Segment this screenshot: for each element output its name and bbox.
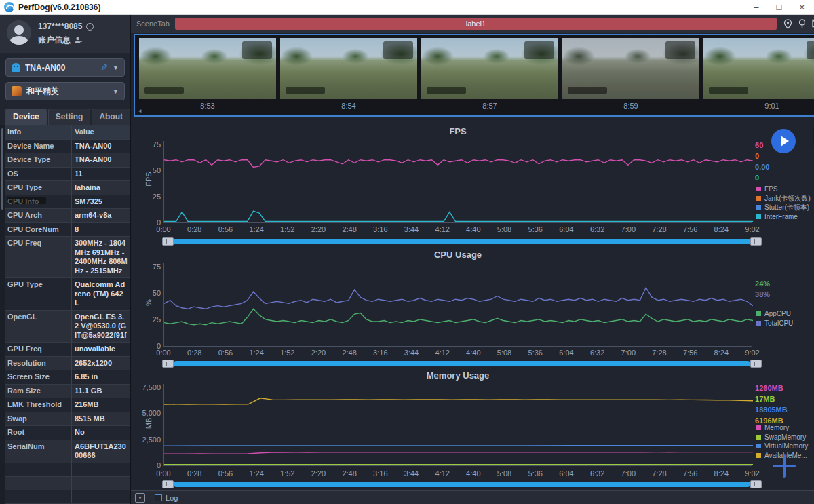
legend-swatch [756,321,761,326]
x-tick-label: 4:40 [466,349,480,357]
memory-timeline-slider[interactable] [162,480,762,488]
app-caret-down-icon[interactable]: ▼ [113,88,119,95]
thumbnail-timestamp: 8:59 [623,102,638,110]
series-AppCPU [164,309,753,324]
user-phone: 137****8085 [38,22,82,31]
game-screenshot[interactable] [703,38,814,99]
screenshot-thumbnail: 8:54 [280,38,417,110]
y-tick-label: 50 [153,289,161,297]
charts-area: FPS FPS 7550250 0:000:280:561:241:522:20… [131,117,814,490]
legend-item: InterFrame [756,212,814,222]
tab-setting[interactable]: Setting [48,109,91,125]
scene-tab-label: SceneTab [135,20,175,28]
x-tick-label: 2:48 [342,225,356,233]
table-row-empty [5,477,130,490]
x-tick-label: 6:04 [559,225,573,233]
tab-device[interactable]: Device [5,109,47,125]
location-pin-icon[interactable] [783,19,792,29]
current-value: 1260MB [755,383,814,393]
android-device-icon [12,63,20,72]
table-row: SerialNumA6BFUT1A23000666 [5,440,130,463]
game-screenshot[interactable] [562,38,699,99]
table-row: GPU TypeQualcomm Adreno (TM) 642L [5,278,130,311]
current-value: 18805MB [755,404,814,415]
x-tick-label: 1:52 [280,469,294,478]
y-tick-label: 5,000 [142,409,161,417]
account-info-label[interactable]: 账户信息 [38,35,71,46]
close-button[interactable]: × [799,1,805,14]
cpu-slider-right-handle[interactable] [750,360,762,368]
x-tick-label: 0:00 [156,469,170,478]
x-tick-label: 6:32 [590,225,604,233]
fps-slider-right-handle[interactable] [750,237,762,246]
scene-label-pill[interactable]: label1 [175,18,777,30]
y-tick-label: 7,500 [142,383,161,391]
sidebar-scrollbar[interactable] [0,125,5,504]
x-tick-label: 0:00 [156,225,170,233]
x-tick-label: 9:02 [745,225,759,233]
x-tick-label: 7:00 [621,349,636,357]
thumbnail-timestamp: 8:53 [200,102,214,110]
memory-slider-left-handle[interactable] [162,480,174,488]
y-tick-label: 50 [153,166,161,174]
pin-marker-icon[interactable] [798,19,806,29]
fps-plot[interactable] [163,141,752,223]
title-bar: PerfDog(v6.0.210836) – □ × [0,0,814,15]
cpu-slider-left-handle[interactable] [162,360,174,368]
series-TotalCPU [164,288,753,309]
log-checkbox-box[interactable] [155,494,162,501]
x-tick-label: 6:32 [590,349,604,357]
x-tick-label: 3:16 [373,469,387,478]
device-caret-down-icon[interactable]: ▼ [113,64,119,71]
x-tick-label: 3:16 [373,349,387,357]
x-tick-label: 3:16 [373,225,387,233]
x-tick-label: 4:40 [466,469,480,478]
x-tick-label: 7:56 [683,225,697,233]
y-tick-label: 25 [153,193,161,201]
x-tick-label: 6:04 [559,349,573,357]
x-tick-label: 7:28 [652,469,666,478]
fps-timeline-slider[interactable] [162,237,762,246]
scene-bar: SceneTab label1 [131,15,814,33]
add-chart-plus-icon[interactable] [773,454,796,478]
game-screenshot[interactable] [421,38,558,99]
device-select[interactable]: TNA-AN00 ✎ ▼ [5,58,125,77]
table-row: CPU Typelahaina [5,181,130,195]
cpu-plot[interactable] [163,263,752,347]
x-tick-label: 0:56 [218,469,233,478]
play-button[interactable] [771,129,796,153]
edit-pen-icon[interactable]: ✎ [100,62,108,73]
strip-scroll-left-icon[interactable]: ◄ [137,108,142,114]
logout-power-icon[interactable] [86,23,94,31]
tab-about[interactable]: About [92,109,130,125]
y-tick-label: 0 [157,461,161,469]
cpu-timeline-slider[interactable] [162,360,762,368]
game-screenshot[interactable] [280,38,417,99]
series-Memory [164,452,753,454]
x-tick-label: 2:20 [311,349,326,357]
table-row: LMK Threshold216MB [5,398,130,412]
table-header-row: InfoValue [5,125,130,140]
x-tick-label: 7:28 [652,349,666,357]
log-checkbox[interactable]: Log [155,494,178,502]
device-select-value: TNA-AN00 [25,63,96,73]
app-select[interactable]: 和平精英 ▼ [5,82,125,100]
memory-plot[interactable] [163,384,752,466]
fps-slider-left-handle[interactable] [162,237,174,246]
game-screenshot[interactable] [139,38,276,99]
memory-slider-right-handle[interactable] [750,480,762,488]
x-tick-label: 5:08 [497,225,511,233]
table-row: CPU CoreNum8 [5,223,130,237]
avatar[interactable] [7,20,31,45]
maximize-button[interactable]: □ [777,1,782,14]
collapse-panel-button[interactable]: ▾ [135,493,145,503]
x-tick-label: 0:00 [156,349,170,357]
legend-swatch [756,425,761,430]
table-row: CPU Freq300MHz - 1804MHz 691MHz - 2400MH… [5,237,130,278]
x-tick-label: 5:08 [497,469,511,478]
x-tick-label: 4:12 [435,469,450,478]
series-InterFrame [164,211,753,221]
minimize-button[interactable]: – [754,1,758,14]
x-tick-label: 6:32 [590,469,604,478]
legend-item: SwapMemory [756,433,814,442]
